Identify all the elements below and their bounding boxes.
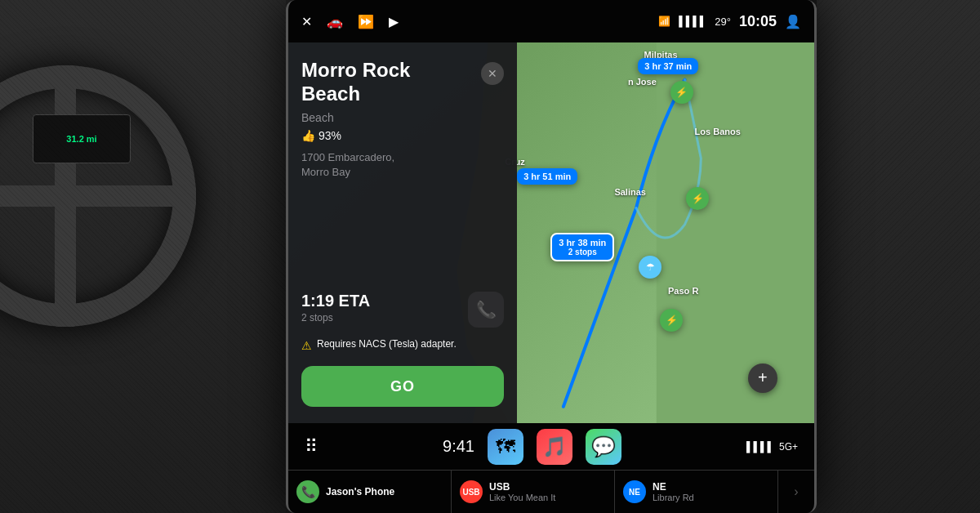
media-icon[interactable]: ⏩ xyxy=(358,14,374,29)
warning-icon: ⚠ xyxy=(301,338,312,355)
status-bar-right: 📶 ▌▌▌▌ 29° 10:05 👤 xyxy=(658,13,801,30)
dash-right xyxy=(817,0,980,513)
eta-time: 1:19 ETA xyxy=(301,292,468,310)
map-pin-4: ⚡ xyxy=(660,309,683,332)
tablet-screen: Milpitas n Jose Los Banos Cruz Salinas P… xyxy=(286,0,817,513)
dock-item-ne[interactable]: NE NE Library Rd xyxy=(615,471,778,513)
car-interior: 31.2 mi Milpitas xyxy=(0,0,980,513)
signal-info: ▌▌▌▌ 5G+ xyxy=(746,441,798,453)
eta-info: 1:19 ETA 2 stops xyxy=(301,292,468,323)
dock-item-ne-title: NE xyxy=(653,481,769,493)
maps-app-icon[interactable]: 🗺 xyxy=(488,429,523,465)
warning-message: Requires NACS (Tesla) adapter. xyxy=(317,337,457,351)
city-salinas: Salinas xyxy=(614,187,646,197)
bottom-dock: ⠿ 9:41 🗺 🎵 💬 ▌▌▌▌ 5G+ 📞 Jason's Phone xyxy=(288,423,814,513)
eta-section: 1:19 ETA 2 stops 📞 xyxy=(301,292,504,328)
panel-header: Morro Rock Beach ✕ xyxy=(301,59,504,106)
time-display: 10:05 xyxy=(739,13,777,30)
status-bar-left: ✕ 🚗 ⏩ ▶ xyxy=(301,14,399,29)
location-type: Beach xyxy=(301,111,504,124)
map-pin-1: ⚡ xyxy=(670,81,693,104)
dock-apps: 9:41 🗺 🎵 💬 xyxy=(443,429,621,465)
dock-item-ne-sub: Library Rd xyxy=(653,493,769,502)
steering-wheel xyxy=(0,65,196,327)
city-losbanos: Los Banos xyxy=(695,127,741,136)
dock-top: ⠿ 9:41 🗺 🎵 💬 ▌▌▌▌ 5G+ xyxy=(288,423,814,471)
close-icon[interactable]: ✕ xyxy=(301,14,312,29)
signal-bars-icon: ▌▌▌▌ xyxy=(746,441,774,453)
dock-bottom: 📞 Jason's Phone USB USB Like You Mean It… xyxy=(288,471,814,513)
dock-item-usb-sub: Like You Mean It xyxy=(489,493,606,502)
dock-item-usb-title: USB xyxy=(489,481,606,493)
dock-item-jasons-phone[interactable]: 📞 Jason's Phone xyxy=(288,471,452,513)
route-bubble-3[interactable]: 3 hr 38 min 2 stops xyxy=(550,233,614,261)
usb-icon: USB xyxy=(460,480,483,503)
dock-item-phone-text: Jason's Phone xyxy=(326,486,443,497)
eta-stops: 2 stops xyxy=(301,312,468,323)
location-name: Morro Rock Beach xyxy=(301,59,474,106)
small-screen: 31.2 mi xyxy=(33,114,131,163)
dock-more-button[interactable]: › xyxy=(778,471,814,513)
messages-app-icon[interactable]: 💬 xyxy=(586,429,621,465)
dock-item-usb-text: USB Like You Mean It xyxy=(489,481,606,502)
rating-value: 93% xyxy=(318,129,341,142)
eta-row: 1:19 ETA 2 stops 📞 xyxy=(301,292,504,328)
dash-left: 31.2 mi xyxy=(0,0,286,513)
map-zoom-plus[interactable]: + xyxy=(748,364,777,393)
go-button[interactable]: GO xyxy=(301,366,504,407)
dock-time: 9:41 xyxy=(443,437,474,456)
grid-icon[interactable]: ⠿ xyxy=(305,436,318,457)
play-icon[interactable]: ▶ xyxy=(389,14,399,29)
signal-label: 5G+ xyxy=(779,441,798,453)
city-sanjose: n Jose xyxy=(628,77,657,87)
dock-item-usb[interactable]: USB USB Like You Mean It xyxy=(452,471,615,513)
temperature: 29° xyxy=(715,16,731,28)
warning-text: ⚠ Requires NACS (Tesla) adapter. xyxy=(301,337,504,355)
car-icon[interactable]: 🚗 xyxy=(327,14,343,29)
wifi-icon: 📶 xyxy=(658,16,670,27)
route-bubble-2: 3 hr 51 min xyxy=(517,168,577,185)
rating: 👍 93% xyxy=(301,129,504,142)
route-bubble-1: 3 hr 37 min xyxy=(638,58,698,74)
chevron-right-icon: › xyxy=(794,484,798,499)
city-pasor: Paso R xyxy=(668,286,698,296)
ne-icon: NE xyxy=(623,480,646,503)
dock-item-ne-text: NE Library Rd xyxy=(653,481,769,502)
dock-item-phone-title: Jason's Phone xyxy=(326,486,443,497)
address: 1700 Embarcadero, Morro Bay xyxy=(301,150,504,180)
location-panel: Morro Rock Beach ✕ Beach 👍 93% 1700 Emba… xyxy=(288,42,517,423)
status-bar: ✕ 🚗 ⏩ ▶ 📶 ▌▌▌▌ 29° 10:05 👤 xyxy=(288,0,814,42)
profile-icon[interactable]: 👤 xyxy=(785,14,801,29)
phone-call-button[interactable]: 📞 xyxy=(468,292,504,328)
thumbs-up-icon: 👍 xyxy=(301,129,315,142)
phone-icon: 📞 xyxy=(296,480,319,503)
close-panel-button[interactable]: ✕ xyxy=(481,62,504,85)
signal-bars: ▌▌▌▌ xyxy=(679,16,706,27)
music-app-icon[interactable]: 🎵 xyxy=(537,429,572,465)
